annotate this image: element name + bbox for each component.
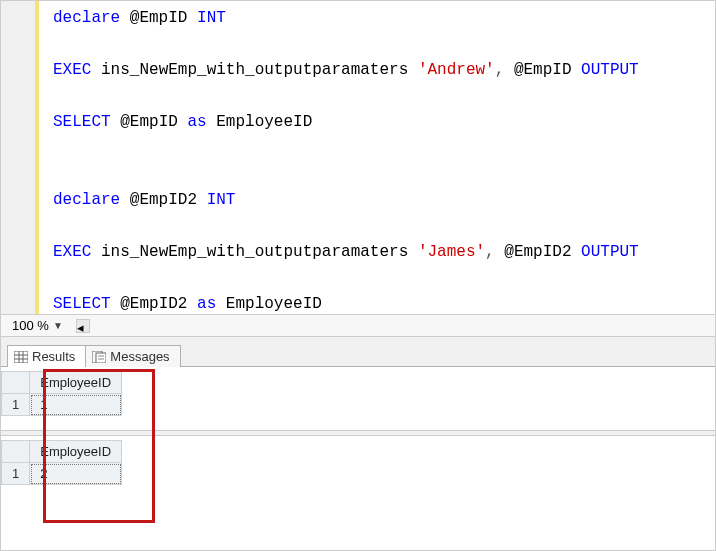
sql-editor-pane: declare @EmpID INT EXEC ins_NewEmp_with_…	[1, 1, 715, 315]
column-header[interactable]: EmployeeID	[30, 372, 122, 394]
grid-icon	[14, 351, 28, 363]
messages-icon	[92, 351, 106, 363]
horizontal-scroll-left[interactable]: ◂	[76, 319, 90, 333]
results-tab-strip: Results Messages	[1, 337, 715, 367]
cell-value[interactable]: 1	[30, 394, 122, 416]
grid-corner	[2, 372, 30, 394]
result-grid-1[interactable]: EmployeeID 1 1	[1, 371, 122, 416]
zoom-dropdown[interactable]: 100 % ▼	[7, 317, 68, 334]
row-header[interactable]: 1	[2, 463, 30, 485]
tab-results-label: Results	[32, 349, 75, 364]
editor-gutter	[1, 1, 39, 314]
svg-rect-0	[14, 351, 28, 363]
zoom-toolbar: 100 % ▼ ◂	[1, 315, 715, 337]
cell-value[interactable]: 2	[30, 463, 122, 485]
chevron-down-icon: ▼	[53, 320, 63, 331]
sql-code-area[interactable]: declare @EmpID INT EXEC ins_NewEmp_with_…	[39, 1, 639, 314]
table-row[interactable]: 1 2	[2, 463, 122, 485]
table-row[interactable]: 1 1	[2, 394, 122, 416]
result-grid-2-wrapper: EmployeeID 1 2	[1, 436, 715, 499]
result-grid-2[interactable]: EmployeeID 1 2	[1, 440, 122, 485]
results-area: EmployeeID 1 1 EmployeeID 1 2	[1, 367, 715, 550]
row-header[interactable]: 1	[2, 394, 30, 416]
ssms-window: declare @EmpID INT EXEC ins_NewEmp_with_…	[0, 0, 716, 551]
zoom-value: 100 %	[12, 318, 49, 333]
svg-rect-6	[96, 353, 106, 363]
result-grid-1-wrapper: EmployeeID 1 1	[1, 367, 715, 430]
tab-results[interactable]: Results	[7, 345, 86, 367]
tab-messages[interactable]: Messages	[85, 345, 180, 367]
tab-messages-label: Messages	[110, 349, 169, 364]
column-header[interactable]: EmployeeID	[30, 441, 122, 463]
grid-corner	[2, 441, 30, 463]
